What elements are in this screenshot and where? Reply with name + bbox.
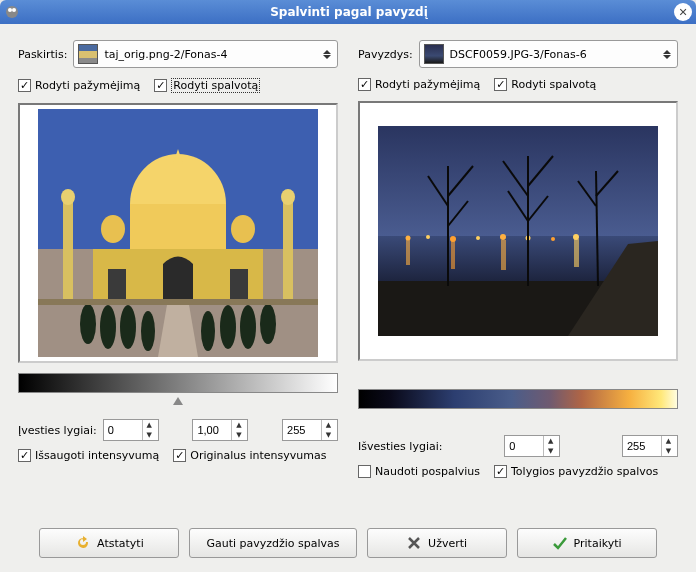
smooth-samplecolors-checkbox[interactable]: Tolygios pavyzdžio spalvos <box>494 465 658 478</box>
svg-point-23 <box>240 305 256 349</box>
destination-gradient <box>18 373 338 393</box>
output-level-high-spinner[interactable]: ▲▼ <box>622 435 678 457</box>
dialog-buttons: Atstatyti Gauti pavyzdžio spalvas Užvert… <box>18 528 678 558</box>
destination-preview <box>18 103 338 363</box>
reset-icon <box>75 535 91 551</box>
svg-rect-41 <box>574 239 579 267</box>
svg-point-36 <box>551 237 555 241</box>
apply-button[interactable]: Pritaikyti <box>517 528 657 558</box>
dialog-body: Paskirtis: taj_orig.png-2/Fonas-4 Rodyti… <box>0 24 696 572</box>
svg-rect-39 <box>451 241 455 269</box>
get-sample-colors-button[interactable]: Gauti pavyzdžio spalvas <box>189 528 356 558</box>
dest-show-selection-checkbox[interactable]: Rodyti pažymėjimą <box>18 79 140 92</box>
checkbox-icon <box>358 465 371 478</box>
close-icon <box>406 535 422 551</box>
svg-point-33 <box>476 236 480 240</box>
svg-point-2 <box>12 8 16 12</box>
svg-rect-12 <box>63 199 73 299</box>
sample-show-selection-checkbox[interactable]: Rodyti pažymėjimą <box>358 78 480 91</box>
svg-point-31 <box>426 235 430 239</box>
input-level-high-field[interactable] <box>283 424 321 436</box>
slider-handle-icon <box>173 397 183 405</box>
output-levels-label: Išvesties lygiai: <box>358 440 442 453</box>
svg-point-19 <box>120 305 136 349</box>
sample-thumb-icon <box>424 44 444 64</box>
svg-point-21 <box>201 311 215 351</box>
app-icon <box>4 4 20 20</box>
apply-icon <box>552 535 568 551</box>
svg-point-1 <box>8 8 12 12</box>
sample-value: DSCF0059.JPG-3/Fonas-6 <box>450 48 661 61</box>
svg-rect-10 <box>108 269 126 299</box>
svg-point-15 <box>281 189 295 205</box>
reset-button[interactable]: Atstatyti <box>39 528 179 558</box>
sample-preview <box>358 101 678 361</box>
dest-show-color-checkbox[interactable]: Rodyti spalvotą <box>154 78 260 93</box>
window-title: Spalvinti pagal pavyzdį <box>24 5 674 19</box>
output-level-high-field[interactable] <box>623 440 661 452</box>
destination-combo[interactable]: taj_orig.png-2/Fonas-4 <box>73 40 338 68</box>
svg-point-24 <box>260 304 276 344</box>
input-level-high-spinner[interactable]: ▲▼ <box>282 419 338 441</box>
svg-point-18 <box>100 305 116 349</box>
svg-point-0 <box>6 6 18 18</box>
sample-label: Pavyzdys: <box>358 48 413 61</box>
svg-rect-40 <box>501 240 506 270</box>
use-subcolors-checkbox[interactable]: Naudoti pospalvius <box>358 465 480 478</box>
original-intensity-checkbox[interactable]: Originalus intensyvumas <box>173 449 326 462</box>
titlebar: Spalvinti pagal pavyzdį ✕ <box>0 0 696 24</box>
output-level-low-spinner[interactable]: ▲▼ <box>504 435 560 457</box>
checkbox-icon <box>494 465 507 478</box>
svg-rect-14 <box>283 199 293 299</box>
input-levels-label: Įvesties lygiai: <box>18 424 97 437</box>
checkbox-icon <box>173 449 186 462</box>
svg-rect-25 <box>38 299 318 305</box>
svg-point-8 <box>231 215 255 243</box>
destination-thumb-icon <box>78 44 98 64</box>
checkbox-icon <box>358 78 371 91</box>
output-level-low-field[interactable] <box>505 440 543 452</box>
sample-panel: Pavyzdys: DSCF0059.JPG-3/Fonas-6 Rodyti … <box>358 40 678 514</box>
close-button[interactable]: Užverti <box>367 528 507 558</box>
svg-rect-38 <box>406 240 410 265</box>
svg-point-20 <box>141 311 155 351</box>
svg-point-30 <box>406 236 411 241</box>
svg-point-22 <box>220 305 236 349</box>
keep-intensity-checkbox[interactable]: Išsaugoti intensyvumą <box>18 449 159 462</box>
checkbox-icon <box>154 79 167 92</box>
input-level-low-spinner[interactable]: ▲▼ <box>103 419 159 441</box>
sample-combo[interactable]: DSCF0059.JPG-3/Fonas-6 <box>419 40 678 68</box>
svg-point-13 <box>61 189 75 205</box>
destination-panel: Paskirtis: taj_orig.png-2/Fonas-4 Rodyti… <box>18 40 338 514</box>
input-level-low-field[interactable] <box>104 424 142 436</box>
svg-point-34 <box>500 234 506 240</box>
combo-arrows-icon <box>321 45 333 63</box>
combo-arrows-icon <box>661 45 673 63</box>
svg-point-7 <box>101 215 125 243</box>
svg-rect-11 <box>230 269 248 299</box>
input-level-gamma-spinner[interactable]: ▲▼ <box>192 419 248 441</box>
input-level-gamma-field[interactable] <box>193 424 231 436</box>
destination-value: taj_orig.png-2/Fonas-4 <box>104 48 321 61</box>
dusk-lake-image <box>378 126 658 336</box>
close-window-button[interactable]: ✕ <box>674 3 692 21</box>
destination-label: Paskirtis: <box>18 48 67 61</box>
taj-mahal-image <box>38 109 318 357</box>
checkbox-icon <box>18 449 31 462</box>
destination-gamma-slider[interactable] <box>18 397 338 409</box>
checkbox-icon <box>494 78 507 91</box>
svg-point-17 <box>80 304 96 344</box>
checkbox-icon <box>18 79 31 92</box>
sample-gradient <box>358 389 678 409</box>
sample-show-color-checkbox[interactable]: Rodyti spalvotą <box>494 78 596 91</box>
